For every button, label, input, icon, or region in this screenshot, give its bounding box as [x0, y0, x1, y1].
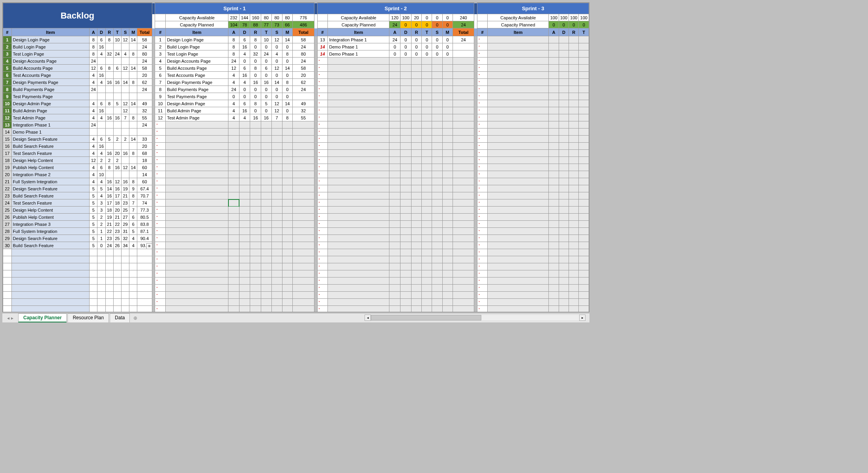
- backlog-item[interactable]: Design Search Feature: [11, 136, 90, 143]
- backlog-item[interactable]: Design Search Feature: [11, 185, 90, 192]
- backlog-item[interactable]: Full System Integration: [11, 178, 90, 185]
- backlog-item[interactable]: Build Accounts Page: [11, 65, 90, 72]
- backlog-item[interactable]: Test Payments Page: [11, 93, 90, 100]
- backlog-item[interactable]: Test Accounts Page: [11, 72, 90, 79]
- backlog-item[interactable]: Test Admin Page: [11, 114, 90, 121]
- sprint2-item[interactable]: Demo Phase 1: [328, 43, 389, 50]
- sprint1-item[interactable]: Design Login Page: [166, 36, 228, 43]
- sprint1-header: Sprint - 1: [155, 3, 314, 14]
- sprint1-item[interactable]: Design Accounts Page: [166, 58, 228, 65]
- backlog-item[interactable]: Design Help Content: [11, 207, 90, 214]
- backlog-item[interactable]: Integration Phase 3: [11, 221, 90, 228]
- backlog-title: Backlog: [3, 3, 152, 28]
- backlog-item[interactable]: Design Accounts Page: [11, 58, 90, 65]
- spreadsheet-grid[interactable]: BacklogSprint - 1Sprint - 2Sprint - 3Cap…: [2, 2, 589, 312]
- sprint1-item[interactable]: Design Admin Page: [166, 100, 228, 107]
- backlog-item[interactable]: Integration Phase 1: [11, 121, 90, 128]
- backlog-item[interactable]: Full System Integration: [11, 228, 90, 235]
- backlog-item[interactable]: Build Search Feature: [11, 143, 90, 150]
- sprint3-header: Sprint - 3: [477, 3, 589, 14]
- tab-nav[interactable]: ◂ ▸: [2, 315, 18, 321]
- sprint1-item[interactable]: Design Payments Page: [166, 79, 228, 86]
- sprint1-item[interactable]: Test Login Page: [166, 50, 228, 58]
- backlog-item[interactable]: Integration Phase 2: [11, 171, 90, 178]
- sprint1-item[interactable]: Build Login Page: [166, 43, 228, 50]
- backlog-item[interactable]: Build Search Feature: [11, 192, 90, 199]
- backlog-item[interactable]: Design Payments Page: [11, 79, 90, 86]
- backlog-item[interactable]: Test Search Feature: [11, 150, 90, 157]
- backlog-item[interactable]: Design Admin Page: [11, 100, 90, 107]
- sprint2-header: Sprint - 2: [317, 3, 474, 14]
- backlog-item[interactable]: Design Search Feature: [11, 235, 90, 242]
- sprint1-item[interactable]: Build Accounts Page: [166, 65, 228, 72]
- sheet-tab[interactable]: Data: [110, 313, 130, 322]
- sprint2-item[interactable]: Demo Phase 1: [328, 50, 389, 58]
- horizontal-scrollbar[interactable]: ◂ ▸: [365, 315, 586, 321]
- backlog-item[interactable]: Design Help Content: [11, 157, 90, 164]
- backlog-item[interactable]: Build Search Feature: [11, 242, 90, 249]
- backlog-item[interactable]: Build Payments Page: [11, 86, 90, 93]
- backlog-item[interactable]: Publish Help Content: [11, 214, 90, 221]
- backlog-item[interactable]: Build Login Page: [11, 43, 90, 50]
- backlog-item[interactable]: Test Search Feature: [11, 199, 90, 207]
- sprint1-item[interactable]: Build Payments Page: [166, 86, 228, 93]
- scroll-left-button[interactable]: ◂: [365, 315, 371, 321]
- sheet-tab[interactable]: Capacity Planner: [18, 313, 67, 322]
- scroll-right-button[interactable]: ▸: [579, 315, 586, 321]
- sheet-tab[interactable]: Resource Plan: [67, 313, 109, 322]
- backlog-item[interactable]: Design Login Page: [11, 36, 90, 43]
- sheet-tabs: ◂ ▸ Capacity PlannerResource PlanData ⊕ …: [2, 313, 589, 322]
- add-sheet-button[interactable]: ⊕: [131, 315, 140, 321]
- autofill-icon[interactable]: ⊞: [146, 243, 152, 249]
- backlog-item[interactable]: Test Login Page: [11, 50, 90, 58]
- backlog-item[interactable]: Build Admin Page: [11, 107, 90, 114]
- backlog-item[interactable]: Demo Phase 1: [11, 128, 90, 136]
- backlog-item[interactable]: Publish Help Content: [11, 164, 90, 171]
- sprint1-item[interactable]: Test Payments Page: [166, 93, 228, 100]
- sprint2-item[interactable]: Integration Phase 1: [328, 36, 389, 43]
- scrollbar-thumb[interactable]: [371, 315, 481, 320]
- sprint1-item[interactable]: Build Admin Page: [166, 107, 228, 114]
- cap-plan-label: Capacity Planned: [166, 21, 228, 28]
- cap-avail-label: Capacity Available: [166, 14, 228, 21]
- sprint1-item[interactable]: Test Admin Page: [166, 114, 228, 121]
- sprint1-item[interactable]: Test Accounts Page: [166, 72, 228, 79]
